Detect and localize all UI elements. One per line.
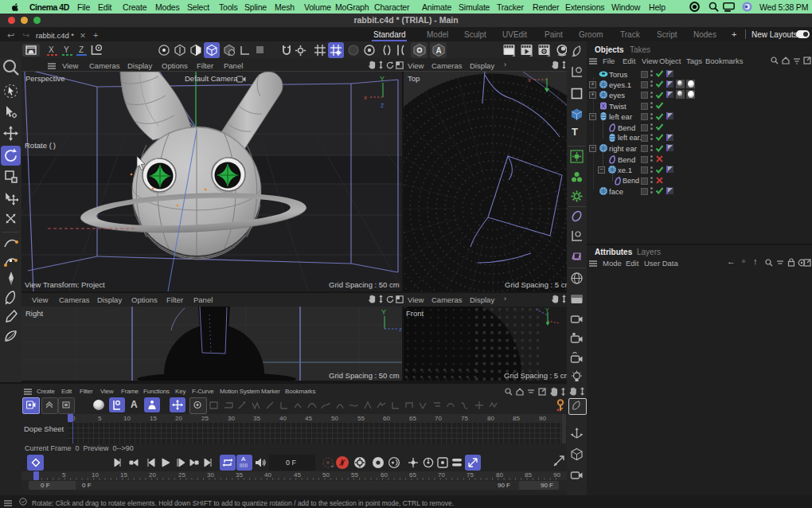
svg-text:A: A bbox=[436, 46, 442, 55]
svg-text:Y: Y bbox=[545, 307, 549, 313]
svg-text:Y: Y bbox=[381, 308, 386, 316]
svg-text:x: x bbox=[364, 94, 367, 101]
svg-text:x: x bbox=[528, 76, 531, 84]
svg-text:z: z bbox=[381, 101, 385, 109]
svg-text:Y: Y bbox=[380, 75, 385, 83]
